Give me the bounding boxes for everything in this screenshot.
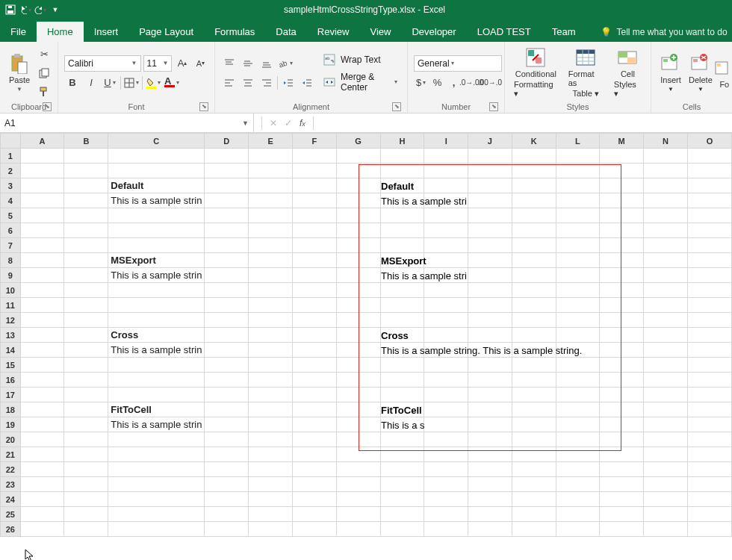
- cell[interactable]: [512, 522, 556, 537]
- cell[interactable]: [64, 328, 108, 343]
- tab-view[interactable]: View: [359, 22, 401, 42]
- cell[interactable]: [380, 149, 424, 164]
- cell[interactable]: [600, 507, 644, 522]
- increase-indent-icon[interactable]: [299, 75, 315, 91]
- cell[interactable]: [292, 522, 336, 537]
- percent-icon[interactable]: %: [430, 75, 444, 91]
- wrap-text-button[interactable]: ab Wrap Text: [320, 52, 401, 67]
- cell[interactable]: [205, 193, 249, 208]
- cell[interactable]: [644, 238, 688, 253]
- cell[interactable]: [20, 432, 64, 447]
- cell[interactable]: [380, 522, 424, 537]
- cell[interactable]: [20, 223, 64, 238]
- column-header[interactable]: A: [20, 134, 64, 149]
- orientation-icon[interactable]: ab: [277, 55, 294, 72]
- cell[interactable]: This is a sample strin: [108, 343, 205, 358]
- merge-center-button[interactable]: Merge & Center: [320, 70, 401, 94]
- increase-decimal-icon[interactable]: .0→.00: [463, 75, 480, 91]
- cell[interactable]: [292, 402, 336, 417]
- cell[interactable]: [20, 283, 64, 298]
- cell[interactable]: [249, 447, 293, 462]
- cell[interactable]: [205, 388, 249, 402]
- cell[interactable]: [600, 477, 644, 492]
- cell[interactable]: [556, 507, 600, 522]
- cell[interactable]: [205, 164, 249, 178]
- cell[interactable]: [688, 313, 732, 328]
- cell[interactable]: [468, 492, 512, 507]
- row-header[interactable]: 3: [1, 178, 21, 193]
- cell[interactable]: [688, 358, 732, 373]
- cell[interactable]: [205, 253, 249, 268]
- row-header[interactable]: 17: [1, 388, 21, 402]
- cell[interactable]: [644, 178, 688, 193]
- cell[interactable]: [205, 238, 249, 253]
- cell[interactable]: [292, 432, 336, 447]
- cell[interactable]: [205, 268, 249, 283]
- cell[interactable]: [64, 388, 108, 402]
- cell[interactable]: [249, 178, 293, 193]
- cell[interactable]: [205, 343, 249, 358]
- align-middle-icon[interactable]: [240, 55, 256, 72]
- cell[interactable]: [644, 402, 688, 417]
- cell[interactable]: [688, 298, 732, 313]
- cell[interactable]: [644, 298, 688, 313]
- tab-review[interactable]: Review: [307, 22, 360, 42]
- cell[interactable]: [644, 164, 688, 178]
- cell[interactable]: [64, 462, 108, 477]
- row-header[interactable]: 23: [1, 477, 21, 492]
- cell[interactable]: [249, 149, 293, 164]
- cell[interactable]: [64, 343, 108, 358]
- cell[interactable]: [292, 313, 336, 328]
- cell[interactable]: [600, 492, 644, 507]
- cell[interactable]: [644, 388, 688, 402]
- cell[interactable]: [688, 477, 732, 492]
- borders-icon[interactable]: [123, 75, 140, 91]
- cell[interactable]: [644, 328, 688, 343]
- cell[interactable]: [20, 208, 64, 223]
- chevron-down-icon[interactable]: ▼: [242, 119, 249, 127]
- cell[interactable]: [644, 462, 688, 477]
- cell[interactable]: [249, 432, 293, 447]
- cell[interactable]: [20, 253, 64, 268]
- tab-load-test[interactable]: LOAD TEST: [467, 22, 542, 42]
- cell[interactable]: [556, 522, 600, 537]
- cell[interactable]: [64, 358, 108, 373]
- cell[interactable]: [20, 477, 64, 492]
- cell[interactable]: [249, 253, 293, 268]
- fill-color-icon[interactable]: [145, 75, 161, 91]
- cell[interactable]: [556, 149, 600, 164]
- cell[interactable]: [688, 223, 732, 238]
- cell[interactable]: [512, 507, 556, 522]
- cell[interactable]: [108, 238, 205, 253]
- tab-insert[interactable]: Insert: [84, 22, 129, 42]
- cell[interactable]: [205, 373, 249, 388]
- cell[interactable]: [249, 343, 293, 358]
- cell[interactable]: [249, 283, 293, 298]
- cell[interactable]: [20, 193, 64, 208]
- cell[interactable]: [556, 462, 600, 477]
- cell[interactable]: This is a sample strin: [108, 193, 205, 208]
- currency-icon[interactable]: $: [414, 75, 428, 91]
- cell[interactable]: [108, 313, 205, 328]
- row-header[interactable]: 14: [1, 343, 21, 358]
- cell[interactable]: [644, 432, 688, 447]
- row-header[interactable]: 9: [1, 268, 21, 283]
- cell[interactable]: [108, 432, 205, 447]
- cell[interactable]: [249, 298, 293, 313]
- row-header[interactable]: 20: [1, 432, 21, 447]
- cell[interactable]: [108, 283, 205, 298]
- cell[interactable]: [424, 507, 468, 522]
- tab-formulas[interactable]: Formulas: [204, 22, 265, 42]
- cell[interactable]: [688, 402, 732, 417]
- cell[interactable]: [249, 373, 293, 388]
- cell[interactable]: [205, 522, 249, 537]
- cell[interactable]: This is a sample strin: [108, 268, 205, 283]
- cell[interactable]: [64, 477, 108, 492]
- cell[interactable]: [249, 402, 293, 417]
- cell[interactable]: [292, 164, 336, 178]
- cell[interactable]: [292, 149, 336, 164]
- copy-icon[interactable]: [36, 65, 52, 81]
- row-header[interactable]: 22: [1, 462, 21, 477]
- cell[interactable]: [424, 149, 468, 164]
- cell[interactable]: [292, 178, 336, 193]
